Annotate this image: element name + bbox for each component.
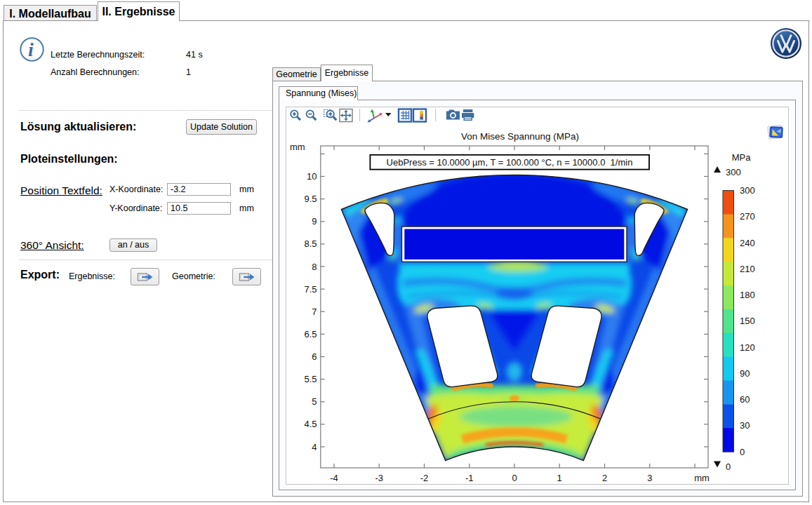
svg-text:10: 10 xyxy=(307,171,317,182)
svg-text:240: 240 xyxy=(740,238,755,248)
svg-text:0: 0 xyxy=(726,462,731,472)
svg-text:8.5: 8.5 xyxy=(304,238,317,249)
svg-text:Von Mises Spannung (MPa): Von Mises Spannung (MPa) xyxy=(461,131,579,142)
svg-text:8: 8 xyxy=(312,262,317,272)
svg-text:7.5: 7.5 xyxy=(304,284,317,295)
svg-text:210: 210 xyxy=(740,264,755,274)
svg-text:270: 270 xyxy=(740,211,755,222)
svg-text:3: 3 xyxy=(647,473,652,483)
svg-text:-4: -4 xyxy=(330,473,338,483)
svg-text:120: 120 xyxy=(740,342,755,353)
svg-text:0: 0 xyxy=(512,473,517,483)
svg-text:mm: mm xyxy=(290,142,305,152)
svg-text:UebPress = 10.0000 µm, T = 100: UebPress = 10.0000 µm, T = 100.000 °C, n… xyxy=(387,157,633,168)
svg-text:-1: -1 xyxy=(465,473,474,483)
svg-text:60: 60 xyxy=(740,394,750,405)
svg-text:4.5: 4.5 xyxy=(304,419,317,429)
svg-text:5.5: 5.5 xyxy=(304,374,317,384)
svg-text:MPa: MPa xyxy=(732,152,752,163)
svg-text:6.5: 6.5 xyxy=(304,329,317,339)
svg-text:6: 6 xyxy=(312,351,317,362)
svg-text:30: 30 xyxy=(740,420,750,431)
svg-text:i: i xyxy=(28,39,34,60)
svg-text:90: 90 xyxy=(740,368,750,379)
svg-text:300: 300 xyxy=(726,167,741,177)
svg-text:7: 7 xyxy=(312,307,317,317)
svg-text:4: 4 xyxy=(312,442,317,452)
svg-text:5: 5 xyxy=(312,396,317,407)
svg-text:9.5: 9.5 xyxy=(304,194,317,204)
svg-text:150: 150 xyxy=(740,316,755,326)
svg-text:mm: mm xyxy=(694,473,710,483)
svg-text:180: 180 xyxy=(740,290,755,300)
svg-text:300: 300 xyxy=(740,185,755,196)
svg-text:9: 9 xyxy=(312,216,317,227)
svg-text:-3: -3 xyxy=(375,473,383,483)
svg-text:0: 0 xyxy=(740,447,745,457)
svg-text:1: 1 xyxy=(557,473,562,483)
svg-text:2: 2 xyxy=(602,473,607,483)
svg-text:-2: -2 xyxy=(420,473,429,483)
